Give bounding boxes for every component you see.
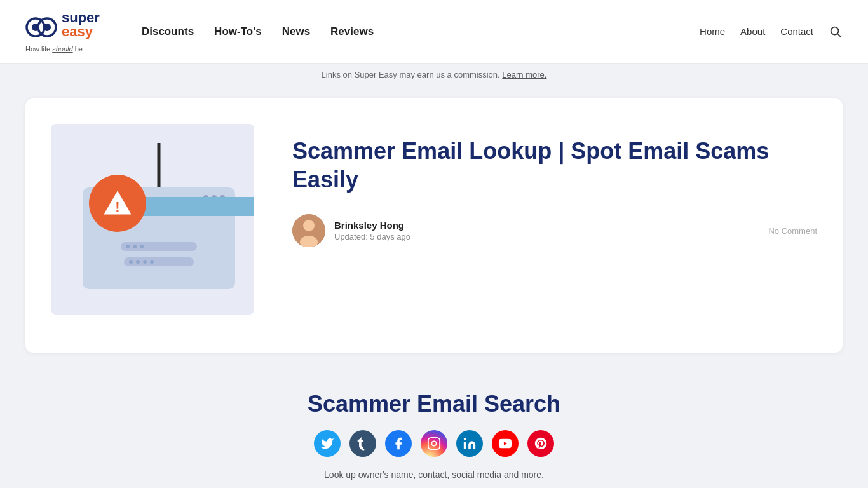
learn-more-link[interactable]: Learn more. <box>502 70 546 79</box>
twitter-icon[interactable] <box>314 430 341 457</box>
search-section: Scammer Email Search <box>25 365 843 488</box>
linkedin-svg <box>463 437 477 451</box>
dot <box>133 245 137 248</box>
nav-discounts[interactable]: Discounts <box>142 25 194 38</box>
commission-bar: Links on Super Easy may earn us a commis… <box>0 64 868 86</box>
article-illustration: ! <box>51 124 254 315</box>
alert-triangle-icon: ! <box>102 187 133 219</box>
svg-line-5 <box>837 34 841 37</box>
svg-point-16 <box>464 438 466 440</box>
commission-text: Links on Super Easy may earn us a commis… <box>322 70 500 79</box>
tumblr-icon[interactable] <box>349 430 376 457</box>
svg-point-3 <box>43 24 51 31</box>
instagram-svg <box>427 437 441 451</box>
dot <box>143 260 147 264</box>
author-name: Brinksley Hong <box>334 220 410 231</box>
search-section-title: Scammer Email Search <box>38 391 830 417</box>
browser-line-2 <box>124 257 194 266</box>
logo-tagline-italic: should <box>52 45 72 53</box>
search-icon <box>829 25 843 39</box>
svg-text:!: ! <box>115 199 119 215</box>
dot <box>129 260 133 264</box>
nav-home[interactable]: Home <box>700 26 725 37</box>
header-left: super easy How life should be Discounts … <box>25 11 374 53</box>
instagram-icon[interactable] <box>421 430 447 457</box>
logo-text-super: super <box>62 11 100 25</box>
pinterest-icon[interactable] <box>527 430 554 457</box>
article-hero: ! Scammer Email Lookup | Spot Email Scam… <box>51 124 817 315</box>
svg-point-11 <box>303 220 315 231</box>
facebook-icon[interactable] <box>385 430 412 457</box>
twitter-svg <box>320 437 334 451</box>
article-info: Scammer Email Lookup | Spot Email Scams … <box>292 124 817 247</box>
svg-point-15 <box>437 440 438 441</box>
author-avatar <box>292 214 325 247</box>
tumblr-svg <box>356 437 370 451</box>
facebook-svg <box>391 437 405 451</box>
header-right: Home About Contact <box>700 25 843 39</box>
logo-svg <box>25 11 58 44</box>
nav-reviews[interactable]: Reviews <box>330 25 374 38</box>
dot <box>150 260 154 264</box>
logo-tagline: How life should be <box>25 45 83 53</box>
nav-about[interactable]: About <box>740 26 765 37</box>
pinterest-svg <box>534 437 548 451</box>
nav-news[interactable]: News <box>282 25 310 38</box>
linkedin-icon[interactable] <box>456 430 483 457</box>
browser-line-1 <box>121 242 197 251</box>
author-date: Updated: 5 days ago <box>334 232 410 241</box>
article-title: Scammer Email Lookup | Spot Email Scams … <box>292 137 817 194</box>
alert-bubble: ! <box>89 175 146 232</box>
author-details: Brinksley Hong Updated: 5 days ago <box>334 220 410 241</box>
logo-icon: super easy <box>25 11 104 44</box>
search-description: Look up owner's name, contact, social me… <box>38 470 830 480</box>
youtube-svg <box>498 437 512 451</box>
svg-point-4 <box>831 27 839 34</box>
youtube-icon[interactable] <box>492 430 519 457</box>
svg-point-14 <box>431 441 436 445</box>
main-article-card: ! Scammer Email Lookup | Spot Email Scam… <box>25 98 843 353</box>
logo-text-easy: easy <box>62 25 100 39</box>
site-header: super easy How life should be Discounts … <box>0 0 868 64</box>
logo-circles: super easy <box>25 11 100 44</box>
search-button[interactable] <box>829 25 843 39</box>
social-icons-row <box>38 430 830 457</box>
svg-rect-13 <box>428 438 440 449</box>
main-nav: Discounts How-To's News Reviews <box>142 25 374 38</box>
no-comment: No Comment <box>768 226 817 236</box>
dot <box>136 260 140 264</box>
nav-howtos[interactable]: How-To's <box>214 25 262 38</box>
site-logo[interactable]: super easy How life should be <box>25 11 104 53</box>
dot <box>140 245 144 248</box>
dot <box>126 245 130 248</box>
author-row: Brinksley Hong Updated: 5 days ago No Co… <box>292 214 817 247</box>
nav-contact[interactable]: Contact <box>780 26 813 37</box>
avatar-svg <box>292 214 325 247</box>
